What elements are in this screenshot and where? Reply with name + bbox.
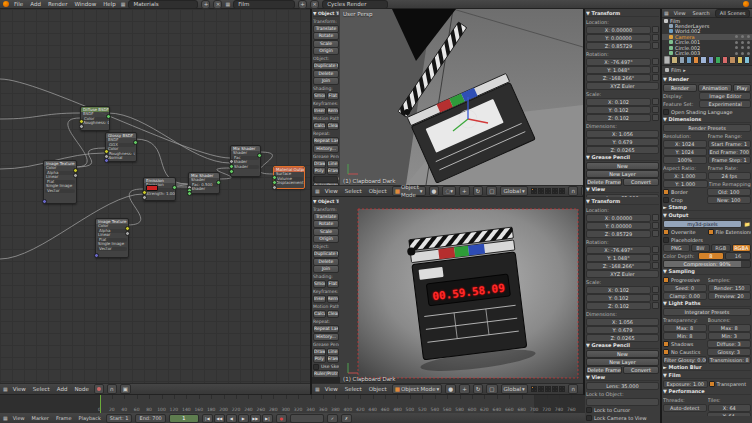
node-image-texture[interactable]: Image TextureColorAlphaLinearFlatSingle …: [95, 218, 129, 258]
panel-header-grease-pencil[interactable]: ▼ Grease Pencil: [586, 154, 659, 161]
input-socket[interactable]: [94, 253, 99, 258]
field-integrator-presets[interactable]: Integrator Presets: [663, 308, 751, 316]
checkbox-crop[interactable]: Crop: [663, 197, 706, 203]
scene-browse-icon[interactable]: ▦: [225, 1, 230, 7]
input-socket[interactable]: [79, 124, 84, 129]
field-z-0-102[interactable]: Z: 0.102: [586, 302, 651, 310]
frame-end-field[interactable]: End: 700: [135, 414, 165, 423]
field-blank[interactable]: [586, 398, 659, 406]
lock-icon[interactable]: [652, 222, 659, 229]
panel-header-object-tools[interactable]: ▼ Object Tools: [313, 11, 339, 17]
timeline-type-icon[interactable]: ▦: [3, 415, 8, 421]
field-y-1-048[interactable]: Y: 1.048°: [586, 254, 651, 262]
field-start-frame-1[interactable]: Start Frame: 1: [708, 140, 752, 148]
field-experimental[interactable]: Experimental: [699, 100, 751, 108]
layer-toggle-20[interactable]: [562, 191, 565, 194]
output-socket[interactable]: [106, 114, 111, 119]
button-delete-frame[interactable]: Delete Frame: [586, 366, 622, 374]
node-image-texture[interactable]: Image TextureColorAlphaLinearFlatSingle …: [43, 160, 77, 204]
field-y-0-00000[interactable]: Y: 0.00000: [586, 34, 651, 42]
properties-tab-data[interactable]: [715, 56, 721, 64]
folder-icon[interactable]: 📁: [743, 221, 751, 227]
output-socket[interactable]: [257, 153, 262, 158]
button-convert[interactable]: Convert: [623, 178, 659, 186]
panel-header-transform[interactable]: ▼ Transform: [586, 198, 659, 205]
panel-header-dimensions[interactable]: ▼ Dimensions: [663, 116, 751, 123]
material-icon[interactable]: [94, 384, 104, 394]
button-new-layer[interactable]: New Layer: [586, 358, 659, 366]
button-calculate[interactable]: Calculate: [313, 122, 326, 130]
field-exposure-1-00[interactable]: Exposure: 1.00: [663, 380, 708, 388]
visibility-eye-icon[interactable]: [735, 35, 738, 38]
field-render-presets[interactable]: Render Presets: [663, 124, 751, 132]
button-poly[interactable]: Poly: [313, 167, 326, 175]
current-frame-field[interactable]: 1: [169, 414, 199, 423]
outliner-menu-search[interactable]: Search: [691, 10, 712, 16]
field-y-0-00000[interactable]: Y: 0.00000: [586, 222, 651, 230]
pivot-selector[interactable]: ◌▾: [442, 186, 456, 196]
panel-header-performance[interactable]: ▼ Performance: [663, 388, 751, 395]
button-animation[interactable]: Animation: [698, 84, 732, 92]
selectability-icon[interactable]: [741, 41, 744, 44]
button-new[interactable]: New: [586, 162, 659, 170]
snap-icon[interactable]: ∩: [107, 384, 117, 394]
button-calculate[interactable]: Calculate: [313, 310, 326, 318]
checkbox-shadows[interactable]: Shadows: [663, 341, 706, 347]
mode-selector[interactable]: ■Object Mode▾: [392, 186, 426, 196]
button-clear[interactable]: Clear: [327, 310, 340, 318]
toggle-bw[interactable]: BW: [691, 244, 711, 252]
panel-header-render[interactable]: ▼ Render: [663, 76, 751, 83]
render-camera-icon[interactable]: [747, 35, 750, 38]
snap-magnet-icon-2[interactable]: ∩: [568, 384, 578, 394]
layer-grid[interactable]: [531, 188, 566, 195]
button-repeat-last[interactable]: Repeat Last: [313, 137, 339, 145]
checkbox-use-sketching-sessions[interactable]: Use Sketching Sessions: [313, 364, 339, 370]
lock-icon[interactable]: [652, 114, 659, 121]
screen-layout-browse-icon[interactable]: ▦: [121, 1, 126, 7]
manipulator-translate-icon[interactable]: +: [459, 186, 470, 196]
field-frame-step-1[interactable]: Frame Step: 1: [708, 156, 752, 164]
lock-icon[interactable]: [652, 74, 659, 81]
layer-grid-2[interactable]: [531, 386, 566, 393]
panel-header-sampling[interactable]: ▼ Sampling: [663, 268, 751, 275]
field-z-168-266[interactable]: Z: -168.266°: [586, 74, 651, 82]
button-clear[interactable]: Clear: [327, 122, 340, 130]
properties-tab-texture[interactable]: [729, 56, 735, 64]
button-history[interactable]: History...: [313, 333, 339, 341]
panel-header-output[interactable]: ▼ Output: [663, 212, 751, 219]
field-y-1024[interactable]: Y: 1024: [663, 148, 707, 156]
vp-menu-select[interactable]: Select: [343, 188, 364, 194]
button-remove[interactable]: Remove: [327, 295, 340, 303]
outliner-menu-view[interactable]: View: [672, 10, 688, 16]
button-new[interactable]: New: [586, 350, 659, 358]
manipulator-rotate-icon-2[interactable]: ↻: [473, 384, 484, 394]
add-scene-button[interactable]: +: [298, 0, 307, 9]
panel-header-grease-pencil[interactable]: ▼ Grease Pencil: [586, 342, 659, 349]
checkbox-overwrite[interactable]: Overwrite: [663, 229, 707, 235]
field-lens-35-000[interactable]: Lens: 35.000: [586, 382, 659, 390]
button-origin[interactable]: Origin: [313, 47, 339, 55]
properties-tab-world[interactable]: [686, 56, 692, 64]
menu-add[interactable]: Add: [28, 1, 43, 7]
add-layout-button[interactable]: +: [201, 0, 210, 9]
button-render[interactable]: Render: [663, 84, 697, 92]
visibility-eye-icon[interactable]: [735, 46, 738, 49]
field-x-76-497[interactable]: X: -76.497°: [586, 246, 651, 254]
checkbox-open-shading-language[interactable]: Open Shading Language: [663, 109, 751, 115]
viewport-editor-type-icon[interactable]: ▦: [315, 188, 320, 194]
button-history[interactable]: History...: [313, 145, 339, 153]
input-socket[interactable]: [229, 169, 234, 174]
field-render-150[interactable]: Render: 150: [708, 284, 752, 292]
outliner-filter-selector[interactable]: All Scenes: [715, 9, 751, 18]
blender-logo-icon[interactable]: [3, 1, 9, 7]
panel-header-transform[interactable]: ▼ Transform: [586, 10, 659, 17]
field-24-fps[interactable]: 24 fps: [708, 172, 752, 180]
viewport-editor-type-icon-2[interactable]: ▦: [315, 386, 320, 392]
vp2-menu-select[interactable]: Select: [343, 386, 364, 392]
transform-orientation-selector[interactable]: Global▾: [500, 186, 527, 196]
slider-compression-90[interactable]: Compression: 90%: [663, 260, 751, 268]
close-scene-button[interactable]: ×: [310, 0, 319, 9]
current-frame-playhead[interactable]: [100, 395, 101, 413]
breadcrumb-scene-name[interactable]: Film: [671, 67, 681, 73]
button-rotate[interactable]: Rotate: [313, 32, 339, 40]
